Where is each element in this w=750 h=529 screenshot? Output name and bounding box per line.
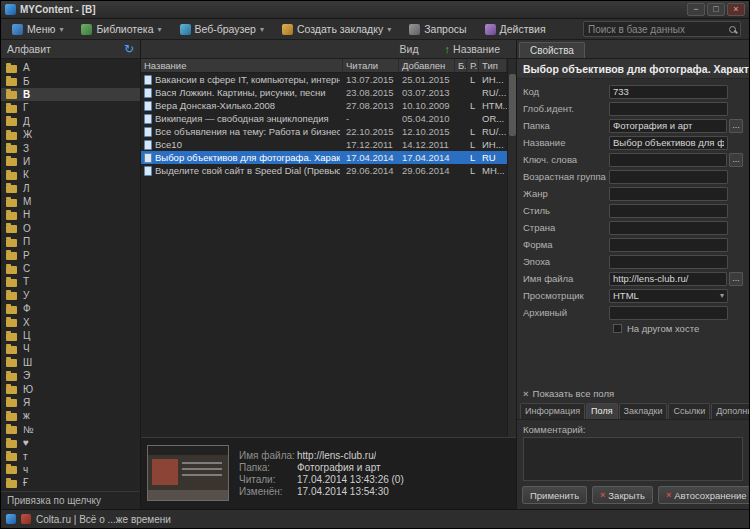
property-input[interactable]: Фотография и арт ▾	[609, 119, 727, 133]
apply-button[interactable]: Применить	[522, 486, 587, 504]
alphabet-item[interactable]: Ш	[1, 356, 140, 369]
alphabet-item[interactable]: ч	[1, 463, 140, 476]
menu-item[interactable]: Создать закладку ▾	[273, 19, 400, 39]
alphabet-item[interactable]: Н	[1, 208, 140, 221]
property-input[interactable]: ▾	[609, 306, 728, 320]
alphabet-item[interactable]: Р	[1, 248, 140, 261]
alphabet-item[interactable]: Ю	[1, 382, 140, 395]
alphabet-item[interactable]: Л	[1, 182, 140, 195]
close-button[interactable]: ×	[727, 3, 745, 16]
property-input[interactable]: 733 ▾	[609, 85, 728, 99]
alphabet-item[interactable]: О	[1, 222, 140, 235]
view-dropdown[interactable]: Вид	[400, 43, 419, 55]
column-header-added[interactable]: Добавлен	[399, 59, 455, 72]
table-row[interactable]: Все объявления на тему: Работа и бизнес …	[141, 125, 507, 138]
properties-tab[interactable]: Закладки	[619, 403, 668, 419]
alphabet-item[interactable]: Д	[1, 115, 140, 128]
minimize-button[interactable]: −	[687, 3, 705, 16]
table-row[interactable]: Вера Донская-Хилько.2008 27.08.2013 10.1…	[141, 99, 507, 112]
menu-item[interactable]: Меню ▾	[3, 19, 72, 39]
alphabet-item[interactable]: Ж	[1, 128, 140, 141]
menu-item[interactable]: Запросы ▾	[400, 19, 475, 39]
scrollbar-thumb[interactable]	[509, 74, 516, 136]
menu-item[interactable]: Действия ▾	[476, 19, 555, 39]
record-title: Википедия — свободная энциклопедия	[155, 112, 329, 125]
property-input[interactable]: ▾	[609, 170, 728, 184]
alphabet-item[interactable]: Т	[1, 275, 140, 288]
alphabet-item[interactable]: И	[1, 155, 140, 168]
show-all-fields-toggle[interactable]: × Показать все поля	[517, 388, 749, 403]
comment-textarea[interactable]	[523, 437, 743, 481]
alphabet-item[interactable]: Ф	[1, 302, 140, 315]
column-header-type[interactable]: Тип	[479, 59, 507, 72]
table-row[interactable]: Вася Ложкин. Картины, рисунки, песни 23.…	[141, 86, 507, 99]
column-header-r[interactable]: Р...	[467, 59, 479, 72]
alphabet-item[interactable]: ♥	[1, 436, 140, 449]
properties-tab[interactable]: Поля	[586, 403, 617, 419]
alphabet-item[interactable]: К	[1, 168, 140, 181]
menu-item[interactable]: Веб-браузер ▾	[171, 19, 273, 39]
sort-control[interactable]: ↑ Название	[445, 43, 500, 55]
menu-item-icon	[81, 24, 92, 35]
table-row[interactable]: Выбор объективов для фотографа. Характер…	[141, 151, 507, 164]
property-input[interactable]: ▾	[609, 238, 728, 252]
alphabet-item[interactable]: Б	[1, 74, 140, 87]
alphabet-item[interactable]: Я	[1, 396, 140, 409]
properties-tab[interactable]: Информация	[520, 403, 585, 419]
property-input[interactable]: http://lens-club.ru/ ▾	[609, 272, 727, 286]
column-header-read[interactable]: Читали	[343, 59, 399, 72]
property-input[interactable]: ▾	[609, 187, 728, 201]
table-row[interactable]: Все10 17.12.2011 14.12.2011 L ИН...	[141, 138, 507, 151]
more-button[interactable]: ...	[729, 153, 743, 167]
alphabet-item[interactable]: Ғ	[1, 476, 140, 489]
menu-item[interactable]: Библиотека ▾	[72, 19, 170, 39]
table-row[interactable]: Википедия — свободная энциклопедия - 05.…	[141, 112, 507, 125]
other-host-checkbox[interactable]: На другом хосте	[517, 321, 749, 334]
alphabet-letter: Р	[23, 250, 30, 261]
more-button[interactable]: ...	[729, 272, 743, 286]
alphabet-item[interactable]: ж	[1, 409, 140, 422]
preview-thumbnail[interactable]	[147, 445, 229, 501]
autosave-button[interactable]: × Автосохранение	[658, 486, 750, 504]
alphabet-item[interactable]: Г	[1, 101, 140, 114]
maximize-button[interactable]: □	[707, 3, 725, 16]
search-input[interactable]	[588, 24, 726, 35]
alphabet-item[interactable]: З	[1, 141, 140, 154]
alphabet-item[interactable]: С	[1, 262, 140, 275]
properties-tab[interactable]: Ссылки	[668, 403, 710, 419]
property-input[interactable]: HTML ▾	[609, 289, 728, 303]
property-input[interactable]: ▾	[609, 255, 728, 269]
more-button[interactable]: ...	[729, 119, 743, 133]
alphabet-item[interactable]: Х	[1, 315, 140, 328]
alphabet-item[interactable]: П	[1, 235, 140, 248]
sort-ascending-icon: ↑	[445, 43, 451, 55]
alphabet-item[interactable]: Ц	[1, 329, 140, 342]
refresh-icon[interactable]: ↻	[124, 42, 134, 56]
column-header-name[interactable]: Название	[141, 59, 343, 72]
record-added-date: 29.06.2014	[399, 164, 455, 177]
document-icon	[144, 75, 152, 85]
alphabet-item[interactable]: М	[1, 195, 140, 208]
alphabet-item[interactable]: У	[1, 289, 140, 302]
property-input[interactable]: ▾	[609, 204, 728, 218]
table-row[interactable]: Вакансии в сфере IT, компьютеры, интерне…	[141, 73, 507, 86]
search-icon[interactable]	[729, 26, 736, 33]
alphabet-item[interactable]: В	[1, 88, 140, 101]
property-input[interactable]: Выбор объективов для фотограф ▾	[609, 136, 728, 150]
property-input[interactable]: ▾	[609, 221, 728, 235]
table-row[interactable]: Выделите свой сайт в Speed Dial (Превью …	[141, 164, 507, 177]
properties-tab[interactable]: Дополнительные	[711, 403, 750, 419]
folder-icon	[6, 185, 17, 193]
property-input[interactable]: ▾	[609, 102, 728, 116]
tab-properties[interactable]: Свойства	[519, 42, 585, 58]
column-header-b[interactable]: Б...	[455, 59, 467, 72]
alphabet-item[interactable]: А	[1, 61, 140, 74]
alphabet-item[interactable]: Э	[1, 369, 140, 382]
alphabet-item[interactable]: №	[1, 423, 140, 436]
close-panel-button[interactable]: × Закрыть	[592, 486, 653, 504]
alphabet-item[interactable]: Ч	[1, 342, 140, 355]
chevron-down-icon: ▾	[260, 25, 264, 34]
vertical-scrollbar[interactable]	[507, 59, 516, 437]
alphabet-item[interactable]: т	[1, 449, 140, 462]
property-input[interactable]: ▾	[609, 153, 727, 167]
